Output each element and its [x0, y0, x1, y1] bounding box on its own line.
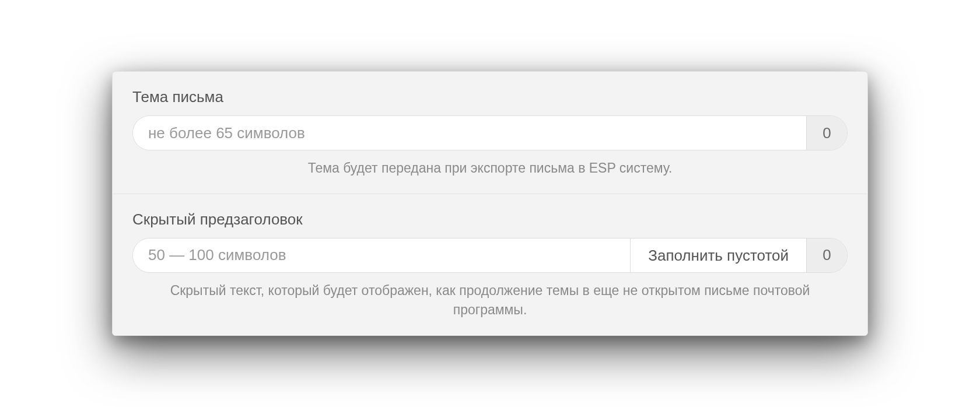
- subject-row: 0: [132, 115, 848, 150]
- preheader-label: Скрытый предзаголовок: [132, 210, 848, 229]
- subject-char-count: 0: [806, 116, 847, 150]
- preheader-section: Скрытый предзаголовок Заполнить пустотой…: [113, 194, 867, 335]
- subject-hint: Тема будет передана при экспорте письма …: [132, 159, 848, 178]
- preheader-row: Заполнить пустотой 0: [132, 238, 848, 273]
- subject-input[interactable]: [133, 116, 806, 150]
- settings-panel: Тема письма 0 Тема будет передана при эк…: [112, 71, 868, 335]
- preheader-input[interactable]: [133, 238, 630, 272]
- preheader-hint: Скрытый текст, который будет отображен, …: [132, 281, 848, 320]
- subject-label: Тема письма: [132, 88, 848, 106]
- subject-section: Тема письма 0 Тема будет передана при эк…: [113, 72, 867, 193]
- fill-empty-button[interactable]: Заполнить пустотой: [630, 238, 806, 272]
- preheader-char-count: 0: [806, 238, 847, 272]
